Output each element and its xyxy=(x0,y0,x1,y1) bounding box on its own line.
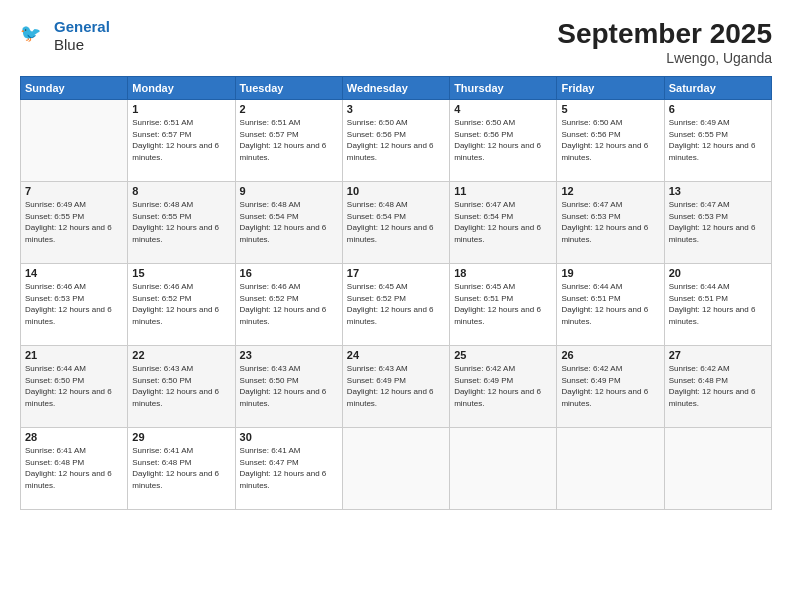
day-number: 5 xyxy=(561,103,659,115)
day-number: 8 xyxy=(132,185,230,197)
day-number: 18 xyxy=(454,267,552,279)
calendar-cell: 29Sunrise: 6:41 AMSunset: 6:48 PMDayligh… xyxy=(128,428,235,510)
calendar-cell xyxy=(450,428,557,510)
calendar-cell xyxy=(664,428,771,510)
calendar-cell xyxy=(557,428,664,510)
calendar-cell: 4Sunrise: 6:50 AMSunset: 6:56 PMDaylight… xyxy=(450,100,557,182)
day-number: 29 xyxy=(132,431,230,443)
calendar-cell: 28Sunrise: 6:41 AMSunset: 6:48 PMDayligh… xyxy=(21,428,128,510)
day-number: 10 xyxy=(347,185,445,197)
weekday-header-cell: Sunday xyxy=(21,77,128,100)
day-number: 11 xyxy=(454,185,552,197)
day-info: Sunrise: 6:42 AMSunset: 6:48 PMDaylight:… xyxy=(669,363,767,409)
day-number: 25 xyxy=(454,349,552,361)
day-info: Sunrise: 6:47 AMSunset: 6:53 PMDaylight:… xyxy=(669,199,767,245)
calendar-cell: 6Sunrise: 6:49 AMSunset: 6:55 PMDaylight… xyxy=(664,100,771,182)
weekday-header-cell: Tuesday xyxy=(235,77,342,100)
calendar-cell: 16Sunrise: 6:46 AMSunset: 6:52 PMDayligh… xyxy=(235,264,342,346)
day-number: 19 xyxy=(561,267,659,279)
calendar-cell: 21Sunrise: 6:44 AMSunset: 6:50 PMDayligh… xyxy=(21,346,128,428)
calendar-cell: 20Sunrise: 6:44 AMSunset: 6:51 PMDayligh… xyxy=(664,264,771,346)
calendar-cell: 9Sunrise: 6:48 AMSunset: 6:54 PMDaylight… xyxy=(235,182,342,264)
day-info: Sunrise: 6:48 AMSunset: 6:55 PMDaylight:… xyxy=(132,199,230,245)
day-info: Sunrise: 6:42 AMSunset: 6:49 PMDaylight:… xyxy=(561,363,659,409)
calendar-cell: 5Sunrise: 6:50 AMSunset: 6:56 PMDaylight… xyxy=(557,100,664,182)
calendar-cell: 15Sunrise: 6:46 AMSunset: 6:52 PMDayligh… xyxy=(128,264,235,346)
calendar-cell: 2Sunrise: 6:51 AMSunset: 6:57 PMDaylight… xyxy=(235,100,342,182)
day-info: Sunrise: 6:43 AMSunset: 6:50 PMDaylight:… xyxy=(132,363,230,409)
calendar-week-row: 28Sunrise: 6:41 AMSunset: 6:48 PMDayligh… xyxy=(21,428,772,510)
day-number: 13 xyxy=(669,185,767,197)
weekday-header-cell: Thursday xyxy=(450,77,557,100)
calendar-cell: 24Sunrise: 6:43 AMSunset: 6:49 PMDayligh… xyxy=(342,346,449,428)
day-info: Sunrise: 6:45 AMSunset: 6:51 PMDaylight:… xyxy=(454,281,552,327)
day-number: 21 xyxy=(25,349,123,361)
day-info: Sunrise: 6:44 AMSunset: 6:51 PMDaylight:… xyxy=(669,281,767,327)
calendar-cell: 1Sunrise: 6:51 AMSunset: 6:57 PMDaylight… xyxy=(128,100,235,182)
day-info: Sunrise: 6:50 AMSunset: 6:56 PMDaylight:… xyxy=(561,117,659,163)
calendar-table: SundayMondayTuesdayWednesdayThursdayFrid… xyxy=(20,76,772,510)
day-number: 24 xyxy=(347,349,445,361)
day-info: Sunrise: 6:41 AMSunset: 6:47 PMDaylight:… xyxy=(240,445,338,491)
day-number: 1 xyxy=(132,103,230,115)
weekday-header-cell: Saturday xyxy=(664,77,771,100)
day-info: Sunrise: 6:41 AMSunset: 6:48 PMDaylight:… xyxy=(25,445,123,491)
day-info: Sunrise: 6:47 AMSunset: 6:53 PMDaylight:… xyxy=(561,199,659,245)
day-number: 27 xyxy=(669,349,767,361)
calendar-week-row: 21Sunrise: 6:44 AMSunset: 6:50 PMDayligh… xyxy=(21,346,772,428)
calendar-cell: 10Sunrise: 6:48 AMSunset: 6:54 PMDayligh… xyxy=(342,182,449,264)
day-info: Sunrise: 6:51 AMSunset: 6:57 PMDaylight:… xyxy=(132,117,230,163)
day-info: Sunrise: 6:47 AMSunset: 6:54 PMDaylight:… xyxy=(454,199,552,245)
calendar-cell: 8Sunrise: 6:48 AMSunset: 6:55 PMDaylight… xyxy=(128,182,235,264)
logo: 🐦 GeneralBlue xyxy=(20,18,110,54)
weekday-header-cell: Friday xyxy=(557,77,664,100)
calendar-cell: 13Sunrise: 6:47 AMSunset: 6:53 PMDayligh… xyxy=(664,182,771,264)
day-number: 12 xyxy=(561,185,659,197)
calendar-body: 1Sunrise: 6:51 AMSunset: 6:57 PMDaylight… xyxy=(21,100,772,510)
calendar-cell: 12Sunrise: 6:47 AMSunset: 6:53 PMDayligh… xyxy=(557,182,664,264)
day-number: 4 xyxy=(454,103,552,115)
calendar-week-row: 1Sunrise: 6:51 AMSunset: 6:57 PMDaylight… xyxy=(21,100,772,182)
day-info: Sunrise: 6:42 AMSunset: 6:49 PMDaylight:… xyxy=(454,363,552,409)
day-info: Sunrise: 6:43 AMSunset: 6:49 PMDaylight:… xyxy=(347,363,445,409)
weekday-header-row: SundayMondayTuesdayWednesdayThursdayFrid… xyxy=(21,77,772,100)
calendar-cell: 3Sunrise: 6:50 AMSunset: 6:56 PMDaylight… xyxy=(342,100,449,182)
day-number: 9 xyxy=(240,185,338,197)
day-info: Sunrise: 6:43 AMSunset: 6:50 PMDaylight:… xyxy=(240,363,338,409)
day-info: Sunrise: 6:50 AMSunset: 6:56 PMDaylight:… xyxy=(347,117,445,163)
day-number: 7 xyxy=(25,185,123,197)
day-number: 30 xyxy=(240,431,338,443)
day-info: Sunrise: 6:50 AMSunset: 6:56 PMDaylight:… xyxy=(454,117,552,163)
day-info: Sunrise: 6:44 AMSunset: 6:51 PMDaylight:… xyxy=(561,281,659,327)
day-number: 6 xyxy=(669,103,767,115)
logo-icon: 🐦 xyxy=(20,22,48,50)
day-info: Sunrise: 6:51 AMSunset: 6:57 PMDaylight:… xyxy=(240,117,338,163)
day-info: Sunrise: 6:45 AMSunset: 6:52 PMDaylight:… xyxy=(347,281,445,327)
calendar-cell: 26Sunrise: 6:42 AMSunset: 6:49 PMDayligh… xyxy=(557,346,664,428)
day-info: Sunrise: 6:46 AMSunset: 6:53 PMDaylight:… xyxy=(25,281,123,327)
calendar-cell: 18Sunrise: 6:45 AMSunset: 6:51 PMDayligh… xyxy=(450,264,557,346)
day-info: Sunrise: 6:48 AMSunset: 6:54 PMDaylight:… xyxy=(240,199,338,245)
logo-text: GeneralBlue xyxy=(54,18,110,54)
month-title: September 2025 xyxy=(557,18,772,50)
calendar-week-row: 14Sunrise: 6:46 AMSunset: 6:53 PMDayligh… xyxy=(21,264,772,346)
title-area: September 2025 Lwengo, Uganda xyxy=(557,18,772,66)
day-number: 26 xyxy=(561,349,659,361)
svg-text:🐦: 🐦 xyxy=(20,23,42,44)
day-number: 14 xyxy=(25,267,123,279)
day-info: Sunrise: 6:49 AMSunset: 6:55 PMDaylight:… xyxy=(669,117,767,163)
calendar-cell: 23Sunrise: 6:43 AMSunset: 6:50 PMDayligh… xyxy=(235,346,342,428)
day-info: Sunrise: 6:46 AMSunset: 6:52 PMDaylight:… xyxy=(132,281,230,327)
day-number: 22 xyxy=(132,349,230,361)
day-number: 15 xyxy=(132,267,230,279)
weekday-header-cell: Monday xyxy=(128,77,235,100)
day-info: Sunrise: 6:44 AMSunset: 6:50 PMDaylight:… xyxy=(25,363,123,409)
day-info: Sunrise: 6:49 AMSunset: 6:55 PMDaylight:… xyxy=(25,199,123,245)
page-header: 🐦 GeneralBlue September 2025 Lwengo, Uga… xyxy=(20,18,772,66)
calendar-cell: 27Sunrise: 6:42 AMSunset: 6:48 PMDayligh… xyxy=(664,346,771,428)
day-number: 3 xyxy=(347,103,445,115)
day-info: Sunrise: 6:46 AMSunset: 6:52 PMDaylight:… xyxy=(240,281,338,327)
calendar-cell xyxy=(342,428,449,510)
calendar-cell xyxy=(21,100,128,182)
day-number: 20 xyxy=(669,267,767,279)
